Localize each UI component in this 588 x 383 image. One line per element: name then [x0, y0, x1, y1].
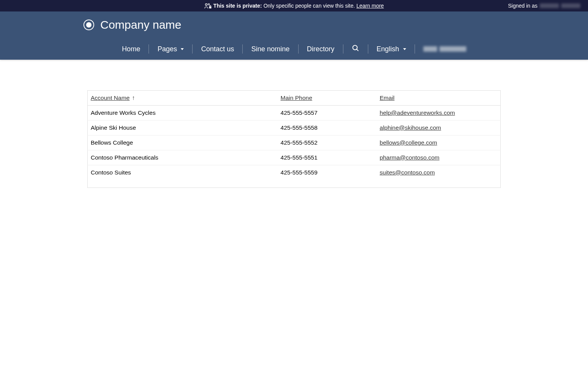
cell-email: pharma@contoso.com [377, 150, 501, 165]
learn-more-link[interactable]: Learn more [356, 3, 384, 9]
nav-language-label: English [377, 45, 399, 53]
table-row: Contoso Suites425-555-5559suites@contoso… [88, 165, 501, 188]
nav-language[interactable]: English [368, 44, 415, 54]
cell-phone: 425-555-5552 [278, 135, 377, 150]
user-redacted [439, 46, 466, 52]
private-label: This site is private: [213, 3, 262, 9]
accounts-table: Account Name ↑ Main Phone Email Adventur… [87, 90, 501, 188]
email-link[interactable]: bellows@college.com [380, 139, 437, 146]
table-row: Alpine Ski House425-555-5558alphine@skih… [88, 121, 501, 135]
brand-name: Company name [100, 18, 181, 31]
cell-email: suites@contoso.com [377, 165, 501, 188]
site-header: Company name Home Pages Contact us Sine … [0, 11, 588, 60]
table-row: Contoso Pharmaceuticals425-555-5551pharm… [88, 150, 501, 165]
svg-point-0 [206, 3, 207, 5]
col-header-phone[interactable]: Main Phone [278, 91, 377, 106]
private-banner: This site is private: Only specific peop… [0, 0, 588, 11]
col-header-email-label: Email [380, 95, 395, 101]
svg-point-1 [208, 3, 210, 5]
email-link[interactable]: pharma@contoso.com [380, 154, 439, 161]
user-redacted [423, 46, 437, 52]
cell-account-name: Contoso Pharmaceuticals [88, 150, 278, 165]
nav-pages[interactable]: Pages [149, 44, 193, 54]
svg-line-4 [356, 49, 358, 51]
chevron-down-icon [403, 48, 406, 50]
user-name-redacted [561, 3, 580, 8]
email-link[interactable]: suites@contoso.com [380, 169, 435, 176]
cell-account-name: Adventure Works Cycles [88, 106, 278, 121]
nav-contact[interactable]: Contact us [193, 44, 243, 54]
nav-search[interactable] [343, 44, 368, 54]
signed-in-label: Signed in as [508, 3, 537, 9]
sort-ascending-icon: ↑ [132, 95, 135, 101]
table-row: Adventure Works Cycles425-555-5557help@a… [88, 106, 501, 121]
email-link[interactable]: help@adeventureworks.com [380, 109, 455, 116]
user-name-redacted [540, 3, 559, 8]
cell-email: help@adeventureworks.com [377, 106, 501, 121]
col-header-phone-label: Main Phone [281, 95, 312, 101]
nav-home-label: Home [122, 45, 140, 53]
nav-sine-nomine[interactable]: Sine nomine [243, 44, 298, 54]
nav-contact-label: Contact us [201, 45, 234, 53]
logo-icon [83, 20, 94, 30]
nav-directory-label: Directory [307, 45, 335, 53]
primary-nav: Home Pages Contact us Sine nomine Direct… [76, 38, 512, 60]
nav-user[interactable] [415, 44, 475, 54]
people-lock-icon [204, 3, 212, 9]
col-header-account-label: Account Name [91, 95, 130, 101]
chevron-down-icon [181, 48, 184, 50]
cell-phone: 425-555-5551 [278, 150, 377, 165]
nav-sine-label: Sine nomine [251, 45, 289, 53]
cell-account-name: Contoso Suites [88, 165, 278, 188]
cell-email: alphine@skihouse.com [377, 121, 501, 135]
svg-rect-2 [209, 7, 212, 8]
nav-pages-label: Pages [157, 45, 177, 53]
col-header-account[interactable]: Account Name ↑ [88, 91, 278, 106]
search-icon [352, 44, 359, 54]
email-link[interactable]: alphine@skihouse.com [380, 124, 441, 131]
cell-phone: 425-555-5557 [278, 106, 377, 121]
cell-account-name: Alpine Ski House [88, 121, 278, 135]
cell-phone: 425-555-5559 [278, 165, 377, 188]
cell-phone: 425-555-5558 [278, 121, 377, 135]
nav-directory[interactable]: Directory [299, 44, 343, 54]
nav-home[interactable]: Home [113, 44, 149, 54]
main-content: Account Name ↑ Main Phone Email Adventur… [68, 90, 520, 188]
cell-account-name: Bellows College [88, 135, 278, 150]
cell-email: bellows@college.com [377, 135, 501, 150]
col-header-email[interactable]: Email [377, 91, 501, 106]
private-message: Only specific people can view this site. [263, 3, 355, 9]
table-row: Bellows College425-555-5552bellows@colle… [88, 135, 501, 150]
